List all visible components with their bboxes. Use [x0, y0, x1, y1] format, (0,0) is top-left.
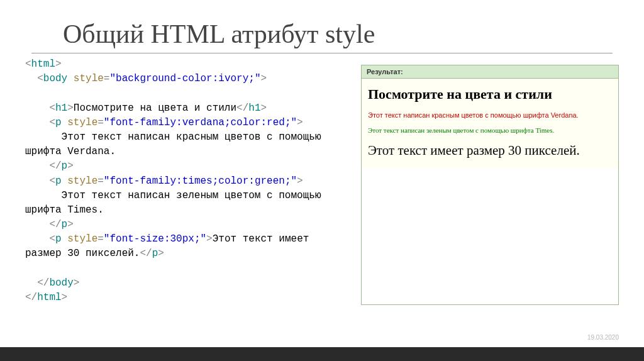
val: "font-size:30px;" — [104, 233, 206, 245]
attr: style — [67, 117, 97, 128]
result-heading: Посмотрите на цвета и стили — [368, 86, 612, 103]
eq: = — [104, 73, 110, 84]
angle: < — [49, 103, 55, 114]
angle: </ — [37, 277, 49, 289]
angle: < — [49, 175, 55, 187]
slide-title: Общий HTML атрибут style — [63, 19, 619, 49]
title-divider — [31, 53, 613, 53]
tag: p — [62, 219, 68, 230]
angle: </ — [140, 248, 152, 259]
result-green-text: Этот текст написан зеленым цветом с помо… — [368, 126, 612, 134]
space — [62, 175, 68, 187]
content-row: <html> <body style="background-color:ivo… — [25, 57, 619, 305]
angle: > — [55, 58, 62, 70]
code-block: <html> <body style="background-color:ivo… — [25, 57, 348, 305]
result-red-text: Этот текст написан красным цветов с помо… — [368, 111, 612, 119]
text: Посмотрите на цвета и стили — [74, 103, 236, 114]
val: "background-color:ivory;" — [109, 73, 260, 84]
angle: > — [67, 219, 74, 230]
tag: html — [37, 292, 61, 303]
text: Этот текст написан красным цветов с помо… — [25, 131, 327, 157]
tag: p — [55, 175, 62, 187]
tag: p — [62, 160, 68, 172]
angle: </ — [25, 292, 37, 303]
slide: Общий HTML атрибут style <html> <body st… — [0, 0, 644, 347]
result-panel: Результат: Посмотрите на цвета и стили Э… — [361, 65, 619, 305]
attr: style — [67, 233, 97, 245]
tag: h1 — [248, 103, 260, 114]
slide-date: 19.03.2020 — [587, 334, 619, 341]
angle: < — [37, 73, 43, 84]
angle: > — [260, 103, 267, 114]
angle: > — [297, 117, 303, 128]
tag: p — [55, 117, 62, 128]
angle: > — [158, 248, 164, 259]
space — [62, 117, 68, 128]
attr: style — [74, 73, 104, 84]
bottom-bar — [0, 347, 644, 361]
angle: < — [49, 233, 55, 245]
angle: < — [25, 58, 31, 70]
angle: </ — [49, 219, 61, 230]
angle: > — [67, 103, 74, 114]
angle: > — [206, 233, 213, 245]
attr: style — [67, 175, 97, 187]
val: "font-family:verdana;color:red;" — [104, 117, 297, 128]
tag: body — [49, 277, 73, 289]
tag: h1 — [55, 103, 67, 114]
angle: > — [62, 292, 68, 303]
angle: > — [261, 73, 267, 84]
angle: < — [49, 117, 55, 128]
tag: body — [43, 73, 67, 84]
tag: html — [31, 58, 55, 70]
result-big-text: Этот текст имеет размер 30 пикселей. — [368, 143, 612, 158]
text: Этот текст написан зеленым цветом с помо… — [25, 190, 327, 216]
tag: p — [55, 233, 62, 245]
eq: = — [97, 175, 104, 187]
result-body: Посмотрите на цвета и стили Этот текст н… — [362, 79, 618, 169]
val: "font-family:times;color:green;" — [104, 175, 297, 187]
result-header: Результат: — [362, 65, 618, 79]
eq: = — [97, 233, 104, 245]
space — [62, 233, 68, 245]
eq: = — [97, 117, 104, 128]
angle: </ — [236, 103, 248, 114]
angle: > — [74, 277, 80, 289]
space — [67, 73, 74, 84]
angle: > — [67, 160, 74, 172]
angle: > — [297, 175, 303, 187]
tag: p — [152, 248, 158, 259]
angle: </ — [49, 160, 61, 172]
